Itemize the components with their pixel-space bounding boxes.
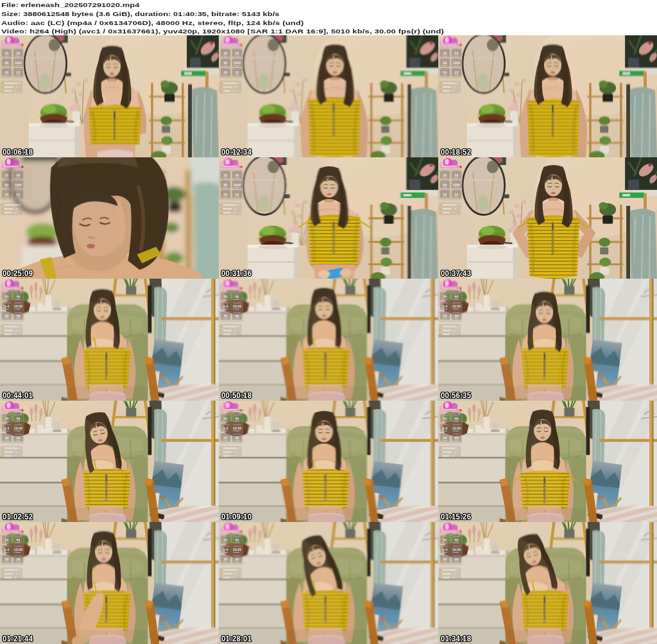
svg-text:50: 50 — [235, 51, 239, 55]
svg-text:35: 35 — [443, 51, 447, 55]
svg-text:80: 80 — [443, 183, 447, 187]
svg-text:50: 50 — [17, 173, 21, 177]
svg-text:50: 50 — [455, 173, 459, 177]
svg-text:22: 22 — [17, 193, 21, 196]
svg-text:80: 80 — [224, 183, 228, 187]
svg-text:22: 22 — [235, 71, 239, 74]
svg-text:50: 50 — [17, 51, 21, 55]
svg-text:20: 20 — [5, 436, 9, 440]
svg-text:20: 20 — [443, 436, 447, 440]
svg-text:40: 40 — [235, 417, 239, 421]
svg-text:30: 30 — [443, 417, 447, 421]
svg-text:1000: 1000 — [234, 183, 241, 187]
svg-text:1000: 1000 — [453, 61, 461, 65]
svg-text:1-4: 1-4 — [4, 548, 10, 552]
svg-text:10-50: 10-50 — [233, 426, 241, 430]
svg-text:30: 30 — [443, 295, 447, 299]
svg-text:10-50: 10-50 — [14, 304, 22, 308]
svg-text:20: 20 — [224, 436, 228, 440]
svg-text:10-50: 10-50 — [14, 426, 22, 430]
svg-text:22: 22 — [17, 71, 21, 74]
svg-text:30: 30 — [235, 314, 239, 318]
svg-text:1-4: 1-4 — [443, 426, 448, 430]
svg-text:80: 80 — [5, 183, 9, 187]
svg-text:1-4: 1-4 — [223, 548, 228, 552]
svg-text:35: 35 — [443, 173, 447, 177]
svg-text:10-50: 10-50 — [233, 304, 241, 308]
svg-text:30: 30 — [17, 557, 21, 561]
svg-text:30: 30 — [224, 295, 228, 299]
svg-text:1000: 1000 — [453, 183, 461, 187]
svg-text:35: 35 — [5, 51, 9, 55]
svg-text:30: 30 — [224, 538, 228, 542]
svg-text:30: 30 — [17, 436, 21, 440]
svg-text:50: 50 — [455, 51, 459, 55]
svg-text:1000: 1000 — [234, 61, 241, 65]
svg-text:20: 20 — [5, 71, 9, 74]
svg-text:22: 22 — [235, 193, 239, 196]
svg-text:1-4: 1-4 — [223, 426, 228, 430]
svg-text:30: 30 — [5, 538, 9, 542]
svg-text:40: 40 — [455, 295, 459, 299]
svg-text:20: 20 — [443, 71, 447, 74]
svg-text:30: 30 — [5, 295, 9, 299]
svg-text:30: 30 — [224, 417, 228, 421]
svg-text:40: 40 — [17, 538, 21, 542]
svg-text:30: 30 — [17, 314, 21, 318]
svg-text:1-4: 1-4 — [443, 548, 448, 552]
svg-text:30: 30 — [443, 538, 447, 542]
svg-text:40: 40 — [235, 295, 239, 299]
svg-text:20: 20 — [443, 557, 447, 561]
svg-text:20: 20 — [5, 193, 9, 196]
svg-text:40: 40 — [235, 538, 239, 542]
svg-text:22: 22 — [455, 71, 459, 74]
svg-text:30: 30 — [455, 557, 459, 561]
svg-text:20: 20 — [5, 557, 9, 561]
svg-text:20: 20 — [224, 314, 228, 318]
svg-text:1-4: 1-4 — [443, 304, 448, 308]
svg-text:1000: 1000 — [15, 183, 22, 187]
svg-text:35: 35 — [224, 173, 228, 177]
svg-text:1000: 1000 — [15, 61, 22, 65]
svg-text:10-50: 10-50 — [14, 548, 22, 552]
svg-text:30: 30 — [235, 436, 239, 440]
svg-text:30: 30 — [455, 314, 459, 318]
svg-text:1-4: 1-4 — [223, 304, 228, 308]
svg-text:80: 80 — [443, 61, 447, 65]
svg-text:20: 20 — [443, 193, 447, 196]
svg-text:10-50: 10-50 — [452, 548, 461, 552]
svg-text:10-50: 10-50 — [452, 426, 461, 430]
svg-text:40: 40 — [17, 417, 21, 421]
svg-text:20: 20 — [224, 71, 228, 74]
svg-text:40: 40 — [455, 417, 459, 421]
svg-text:40: 40 — [17, 295, 21, 299]
svg-text:1-4: 1-4 — [4, 426, 10, 430]
svg-text:40: 40 — [455, 538, 459, 542]
svg-text:20: 20 — [224, 193, 228, 196]
svg-text:30: 30 — [455, 436, 459, 440]
svg-text:30: 30 — [235, 557, 239, 561]
svg-text:80: 80 — [224, 61, 228, 65]
svg-text:50: 50 — [235, 173, 239, 177]
svg-text:35: 35 — [224, 51, 228, 55]
svg-text:22: 22 — [455, 193, 459, 196]
svg-text:10-50: 10-50 — [233, 548, 241, 552]
svg-text:30: 30 — [5, 417, 9, 421]
svg-text:20: 20 — [224, 557, 228, 561]
svg-text:1-4: 1-4 — [4, 304, 10, 308]
svg-text:35: 35 — [5, 173, 9, 177]
svg-text:80: 80 — [5, 61, 9, 65]
svg-text:20: 20 — [443, 314, 447, 318]
svg-text:10-50: 10-50 — [452, 304, 461, 308]
svg-text:20: 20 — [5, 314, 9, 318]
